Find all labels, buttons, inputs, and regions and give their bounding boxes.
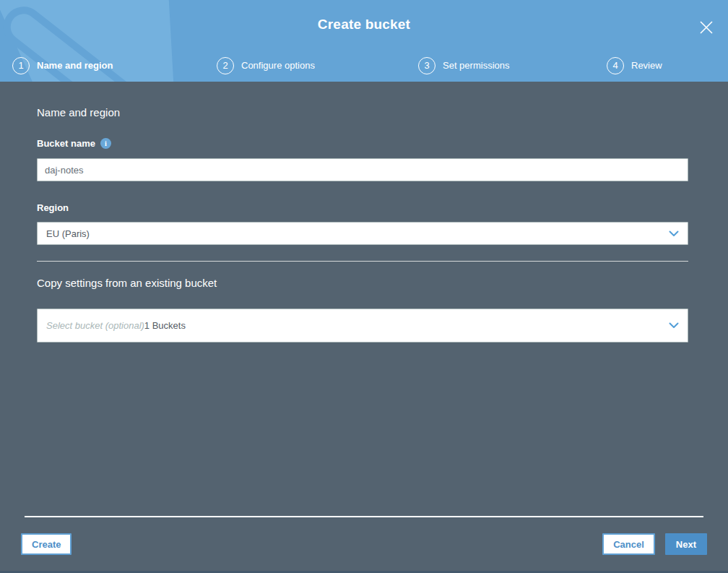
step-label: Configure options (241, 60, 315, 71)
copy-bucket-select-value: Select bucket (optional) 1 Buckets (46, 320, 663, 331)
region-label-text: Region (37, 202, 69, 213)
copy-bucket-select[interactable]: Select bucket (optional) 1 Buckets (37, 309, 688, 342)
close-button[interactable] (698, 19, 715, 36)
copy-bucket-placeholder: Select bucket (optional) (46, 320, 144, 331)
chevron-down-icon (669, 231, 679, 237)
step-name-and-region[interactable]: 1 Name and region (12, 57, 217, 74)
info-icon[interactable]: i (100, 138, 111, 149)
step-number-circle: 4 (607, 57, 624, 74)
region-label: Region (37, 202, 688, 213)
modal-footer: Create Cancel Next (21, 533, 707, 555)
bucket-name-label: Bucket name i (37, 138, 688, 149)
step-set-permissions[interactable]: 3 Set permissions (418, 57, 607, 74)
section-divider (37, 261, 688, 262)
region-select-value: EU (Paris) (46, 228, 663, 239)
step-label: Set permissions (443, 60, 509, 71)
chevron-down-icon (669, 322, 679, 329)
step-configure-options[interactable]: 2 Configure options (217, 57, 418, 74)
step-review[interactable]: 4 Review (607, 57, 728, 74)
copy-settings-title: Copy settings from an existing bucket (37, 277, 688, 289)
modal-title: Create bucket (318, 17, 410, 33)
step-number-circle: 3 (418, 57, 436, 74)
bucket-name-label-text: Bucket name (37, 138, 95, 149)
region-select[interactable]: EU (Paris) (37, 222, 688, 245)
step-number-circle: 2 (217, 57, 234, 74)
bucket-count-text: 1 Buckets (144, 320, 186, 331)
step-label: Review (631, 60, 662, 71)
next-button[interactable]: Next (665, 533, 707, 555)
modal-titlebar: Create bucket (0, 0, 728, 49)
close-icon (698, 20, 714, 35)
step-label: Name and region (37, 60, 113, 71)
modal-body: Name and region Bucket name i Region EU … (0, 106, 728, 342)
wizard-stepper: 1 Name and region 2 Configure options 3 … (0, 49, 728, 82)
modal-header: Create bucket 1 Name and region 2 Config… (0, 0, 728, 82)
footer-divider (25, 516, 703, 517)
section-title: Name and region (37, 106, 688, 119)
cancel-button[interactable]: Cancel (602, 533, 655, 555)
create-button[interactable]: Create (21, 533, 72, 555)
bucket-name-input[interactable] (37, 158, 688, 181)
step-number-circle: 1 (12, 57, 30, 74)
